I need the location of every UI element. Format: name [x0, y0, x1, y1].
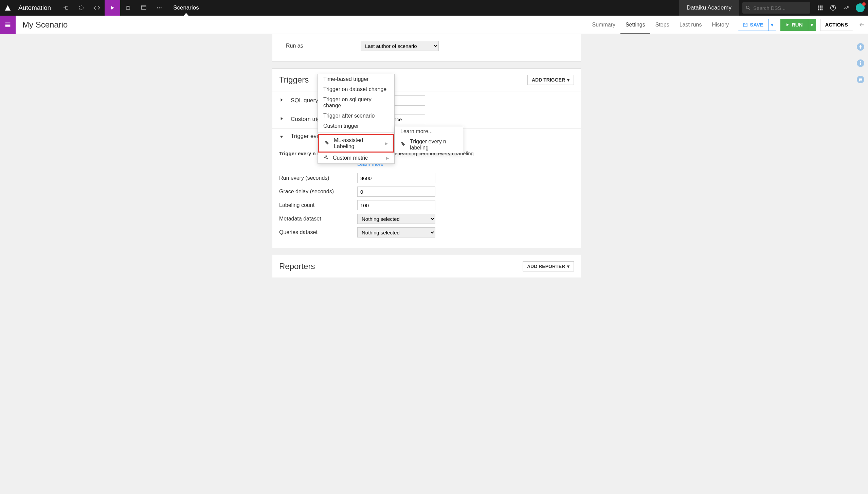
- svg-point-21: [860, 61, 861, 62]
- expand-chevron-icon[interactable]: [279, 116, 285, 122]
- ml-labeling-submenu: Learn more... Trigger every n labeling: [395, 126, 463, 153]
- add-trigger-button[interactable]: ADD TRIGGER ▾: [527, 75, 574, 85]
- search-input[interactable]: [753, 5, 807, 11]
- code-icon[interactable]: [89, 0, 105, 16]
- run-dropdown[interactable]: ▾: [808, 19, 816, 31]
- field-label: Queries dataset: [279, 229, 357, 235]
- save-button[interactable]: SAVE: [738, 19, 768, 31]
- svg-rect-24: [326, 156, 327, 157]
- job-icon[interactable]: [120, 0, 136, 16]
- svg-point-3: [157, 7, 158, 8]
- chat-circle-icon[interactable]: [856, 75, 865, 84]
- section-title: Automation: [18, 4, 51, 12]
- tab-settings[interactable]: Settings: [620, 16, 650, 34]
- tab-history[interactable]: History: [707, 16, 734, 34]
- tab-summary[interactable]: Summary: [587, 16, 620, 34]
- dataiku-logo[interactable]: [0, 4, 16, 12]
- search-box[interactable]: [742, 2, 810, 14]
- svg-rect-1: [126, 7, 130, 10]
- activity-icon[interactable]: [839, 0, 852, 16]
- run-button[interactable]: RUN: [780, 19, 808, 31]
- add-trigger-dropdown: Time-based trigger Trigger on dataset ch…: [318, 74, 395, 164]
- svg-rect-25: [326, 158, 328, 159]
- tab-lastruns[interactable]: Last runs: [674, 16, 707, 34]
- field-label: Metadata dataset: [279, 216, 357, 222]
- user-avatar[interactable]: [856, 3, 865, 12]
- svg-point-0: [79, 6, 83, 10]
- submenu-learn-more[interactable]: Learn more...: [395, 126, 463, 137]
- metadata-select[interactable]: Nothing selected: [357, 214, 435, 224]
- svg-rect-10: [818, 7, 819, 8]
- info-circle-icon[interactable]: [856, 58, 865, 68]
- flow-icon[interactable]: [58, 0, 73, 16]
- svg-point-5: [161, 7, 162, 8]
- field-label: Labeling count: [279, 202, 357, 208]
- tab-steps[interactable]: Steps: [650, 16, 674, 34]
- run-every-input[interactable]: [357, 173, 435, 183]
- play-icon: [785, 23, 790, 27]
- actions-button[interactable]: ACTIONS: [820, 19, 853, 31]
- submenu-caret-icon: ▶: [385, 141, 388, 146]
- scenarios-list-icon[interactable]: [0, 16, 16, 34]
- caret-down-icon: ▾: [567, 264, 569, 269]
- svg-rect-2: [141, 6, 146, 10]
- runas-label: Run as: [286, 43, 361, 49]
- svg-rect-9: [821, 5, 822, 6]
- svg-rect-13: [818, 9, 819, 10]
- svg-rect-8: [820, 5, 821, 6]
- grace-delay-input[interactable]: [357, 187, 435, 197]
- svg-rect-12: [821, 7, 822, 8]
- dropdown-item-sql[interactable]: Trigger on sql query change: [318, 94, 394, 111]
- svg-rect-20: [860, 63, 861, 65]
- add-reporter-button[interactable]: ADD REPORTER ▾: [523, 261, 574, 271]
- tags-icon: [324, 140, 330, 147]
- svg-point-6: [746, 6, 749, 9]
- save-dropdown[interactable]: ▾: [768, 19, 776, 31]
- collapse-panel-icon[interactable]: [856, 22, 868, 28]
- notification-dot: [862, 2, 866, 6]
- dashboard-icon[interactable]: [136, 0, 151, 16]
- scenario-title: My Scenario: [22, 20, 68, 30]
- expand-chevron-icon[interactable]: [279, 98, 285, 104]
- reporters-heading: Reporters: [279, 262, 315, 271]
- field-label: Run every (seconds): [279, 175, 357, 181]
- svg-rect-14: [820, 9, 821, 10]
- runas-select[interactable]: Last author of scenario: [361, 41, 439, 51]
- help-icon[interactable]: [827, 0, 839, 16]
- more-icon[interactable]: [151, 0, 167, 16]
- svg-point-4: [159, 7, 160, 8]
- save-icon: [743, 22, 748, 27]
- labeling-count-input[interactable]: [357, 200, 435, 210]
- dropdown-item-dataset[interactable]: Trigger on dataset change: [318, 84, 394, 94]
- tags-icon: [400, 141, 406, 148]
- add-circle-icon[interactable]: [856, 42, 865, 52]
- triggers-heading: Triggers: [279, 75, 309, 85]
- dropdown-item-ml[interactable]: ML-assisted Labeling ▶: [318, 134, 394, 153]
- project-name[interactable]: Dataiku Academy: [679, 0, 739, 16]
- nav-scenarios[interactable]: Scenarios: [167, 0, 205, 16]
- svg-point-17: [833, 9, 833, 10]
- svg-rect-7: [818, 5, 819, 6]
- queries-select[interactable]: Nothing selected: [357, 227, 435, 237]
- field-label: Grace delay (seconds): [279, 189, 357, 195]
- search-icon: [746, 5, 751, 11]
- svg-rect-15: [821, 9, 822, 10]
- apps-icon[interactable]: [814, 0, 827, 16]
- dropdown-item-custom[interactable]: Custom trigger: [318, 121, 394, 131]
- dropdown-item-metric[interactable]: Custom metric ▶: [318, 153, 394, 163]
- svg-rect-11: [820, 7, 821, 8]
- plugin-icon: [323, 155, 329, 161]
- dropdown-item-time[interactable]: Time-based trigger: [318, 74, 394, 84]
- submenu-caret-icon: ▶: [386, 156, 389, 160]
- play-icon[interactable]: [105, 0, 120, 16]
- collapse-chevron-icon[interactable]: [279, 134, 285, 140]
- dropdown-item-after[interactable]: Trigger after scenario: [318, 111, 394, 121]
- cycle-icon[interactable]: [73, 0, 89, 16]
- svg-rect-23: [324, 157, 326, 158]
- caret-down-icon: ▾: [567, 77, 569, 83]
- submenu-trigger-n[interactable]: Trigger every n labeling: [395, 137, 463, 153]
